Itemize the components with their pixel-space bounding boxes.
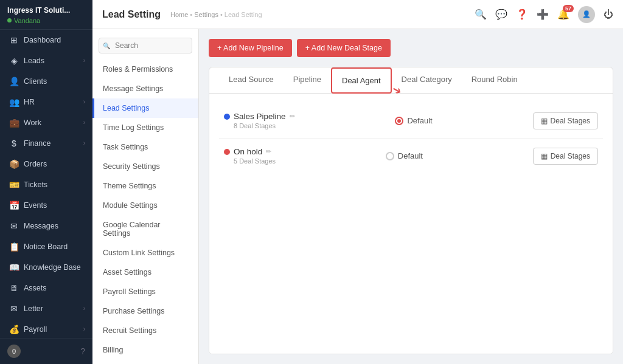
- nav-label-work: Work: [24, 118, 41, 127]
- pipeline-dot-sales: [224, 114, 230, 120]
- power-icon[interactable]: ⏻: [604, 9, 613, 20]
- plus-icon[interactable]: ➕: [537, 9, 549, 20]
- sidebar-item-payroll[interactable]: 💰 Payroll ›: [0, 319, 92, 338]
- sidebar-item-tickets[interactable]: 🎫 Tickets: [0, 174, 92, 195]
- sidebar-item-knowledge-base[interactable]: 📖 Knowledge Base: [0, 257, 92, 278]
- sidebar-user: Vandana: [7, 17, 85, 24]
- nav-label-payroll: Payroll: [24, 325, 47, 334]
- question-icon[interactable]: ❓: [516, 9, 528, 20]
- sidebar-item-clients[interactable]: 👤 Clients: [0, 71, 92, 92]
- online-dot: [7, 18, 12, 22]
- default-radio-sales[interactable]: [395, 117, 403, 125]
- chevron-icon-leads: ›: [83, 57, 85, 64]
- chevron-icon-payroll: ›: [83, 326, 85, 332]
- nav-icon-clients: 👤: [9, 77, 19, 86]
- edit-icon-on-hold[interactable]: ✏: [266, 148, 271, 156]
- avatar[interactable]: 👤: [578, 6, 595, 23]
- action-bar: + Add New Pipeline + Add New Deal Stage: [209, 39, 613, 57]
- left-nav: Roles & PermissionsMessage SettingsLead …: [92, 60, 198, 360]
- nav-icon-tickets: 🎫: [9, 180, 19, 190]
- tab-pipeline[interactable]: Pipeline: [284, 67, 331, 94]
- breadcrumb-home[interactable]: Home: [170, 11, 188, 18]
- sidebar-item-dashboard[interactable]: ⊞ Dashboard: [0, 30, 92, 50]
- nav-label-knowledge-base: Knowledge Base: [24, 263, 81, 272]
- pipeline-row-sales: Sales Pipeline ✏ 8 Deal Stages Default ▦…: [219, 103, 603, 139]
- tabs-body: Sales Pipeline ✏ 8 Deal Stages Default ▦…: [209, 94, 613, 354]
- pipeline-title-on-hold: On hold: [234, 147, 262, 156]
- left-nav-billing[interactable]: Billing: [92, 340, 198, 360]
- left-nav-asset-settings[interactable]: Asset Settings: [92, 263, 198, 282]
- nav-icon-dashboard: ⊞: [9, 35, 19, 45]
- add-pipeline-button[interactable]: + Add New Pipeline: [209, 39, 292, 57]
- pipeline-middle-sales: Default: [395, 116, 432, 125]
- right-panel: + Add New Pipeline + Add New Deal Stage …: [199, 29, 623, 364]
- nav-label-assets: Assets: [24, 284, 47, 292]
- tab-lead-source[interactable]: Lead Source: [219, 67, 284, 94]
- edit-icon-sales[interactable]: ✏: [290, 112, 295, 120]
- search-input[interactable]: [99, 38, 192, 53]
- nav-item-left: 🎫 Tickets: [9, 180, 47, 190]
- left-nav-message-settings[interactable]: Message Settings: [92, 79, 198, 98]
- pipeline-left-sales: Sales Pipeline ✏ 8 Deal Stages: [224, 112, 295, 129]
- footer-badge: 0: [7, 345, 21, 358]
- sidebar-item-notice-board[interactable]: 📋 Notice Board: [0, 236, 92, 257]
- content-area: Roles & PermissionsMessage SettingsLead …: [92, 29, 623, 364]
- deal-stages-label-sales: Deal Stages: [551, 117, 590, 125]
- nav-item-left: ✉ Letter: [9, 304, 43, 314]
- left-nav-purchase-settings[interactable]: Purchase Settings: [92, 301, 198, 321]
- sidebar-nav: ⊞ Dashboard ◈ Leads › 👤 Clients 👥 HR › 💼…: [0, 30, 92, 338]
- pipeline-stages-sales: 8 Deal Stages: [234, 122, 295, 129]
- sidebar-item-letter[interactable]: ✉ Letter ›: [0, 298, 92, 319]
- add-deal-stage-button[interactable]: + Add New Deal Stage: [297, 39, 391, 57]
- sidebar-item-hr[interactable]: 👥 HR ›: [0, 92, 92, 112]
- chevron-icon-work: ›: [83, 119, 85, 126]
- sidebar-item-finance[interactable]: $ Finance ›: [0, 133, 92, 154]
- left-nav-security[interactable]: Security Settings: [92, 157, 198, 176]
- search-wrap: [99, 38, 192, 53]
- default-radio-on-hold[interactable]: [386, 152, 394, 160]
- left-panel: Roles & PermissionsMessage SettingsLead …: [92, 29, 199, 364]
- left-nav-theme[interactable]: Theme Settings: [92, 176, 198, 196]
- sidebar-header: Ingress IT Soluti... Vandana: [0, 0, 92, 30]
- left-nav-module[interactable]: Module Settings: [92, 196, 198, 215]
- nav-icon-messages: ✉: [9, 221, 19, 231]
- chat-icon[interactable]: 💬: [495, 9, 507, 20]
- sidebar-item-work[interactable]: 💼 Work ›: [0, 112, 92, 133]
- topbar-right: 🔍 💬 ❓ ➕ 🔔 57 👤 ⏻: [475, 6, 613, 23]
- left-nav-google-calendar[interactable]: Google Calendar Settings: [92, 215, 198, 243]
- left-nav-lead-settings[interactable]: Lead Settings: [92, 98, 198, 118]
- deal-stages-btn-on-hold[interactable]: ▦ Deal Stages: [533, 148, 598, 165]
- left-nav-recruit-settings[interactable]: Recruit Settings: [92, 321, 198, 340]
- search-box: [92, 34, 198, 57]
- help-icon[interactable]: ?: [80, 346, 85, 356]
- nav-item-left: ✉ Messages: [9, 221, 58, 231]
- left-nav-payroll-settings[interactable]: Payroll Settings: [92, 282, 198, 301]
- left-nav-time-log[interactable]: Time Log Settings: [92, 118, 198, 137]
- sidebar-item-orders[interactable]: 📦 Orders: [0, 154, 92, 174]
- tab-deal-agent[interactable]: Deal Agent: [331, 67, 392, 94]
- nav-label-events: Events: [24, 201, 47, 210]
- tab-round-robin[interactable]: Round Robin: [462, 67, 527, 94]
- nav-icon-work: 💼: [9, 118, 19, 128]
- nav-item-left: $ Finance: [9, 139, 50, 148]
- deal-stages-btn-sales[interactable]: ▦ Deal Stages: [533, 112, 598, 129]
- topbar-left: Lead Setting Home • Settings • Lead Sett…: [102, 9, 262, 20]
- nav-label-dashboard: Dashboard: [24, 36, 61, 44]
- sidebar-item-events[interactable]: 📅 Events: [0, 195, 92, 216]
- nav-item-left: 💼 Work: [9, 118, 41, 128]
- nav-item-left: 👤 Clients: [9, 77, 47, 86]
- pipeline-title-sales: Sales Pipeline: [234, 112, 286, 121]
- sidebar-item-leads[interactable]: ◈ Leads ›: [0, 50, 92, 71]
- search-icon[interactable]: 🔍: [475, 9, 487, 20]
- bell-icon[interactable]: 🔔 57: [557, 9, 569, 20]
- left-nav-task-settings[interactable]: Task Settings: [92, 137, 198, 157]
- sidebar-item-messages[interactable]: ✉ Messages: [0, 216, 92, 236]
- nav-item-left: 📖 Knowledge Base: [9, 263, 81, 272]
- nav-item-left: ⊞ Dashboard: [9, 35, 61, 45]
- sidebar-item-assets[interactable]: 🖥 Assets: [0, 278, 92, 298]
- brand-name: Ingress IT Soluti...: [7, 6, 85, 16]
- pipeline-row-on-hold: On hold ✏ 5 Deal Stages Default ▦ Deal S…: [219, 139, 603, 173]
- left-nav-roles[interactable]: Roles & Permissions: [92, 60, 198, 79]
- left-nav-custom-link[interactable]: Custom Link Settings: [92, 243, 198, 263]
- breadcrumb-settings[interactable]: Settings: [194, 11, 218, 18]
